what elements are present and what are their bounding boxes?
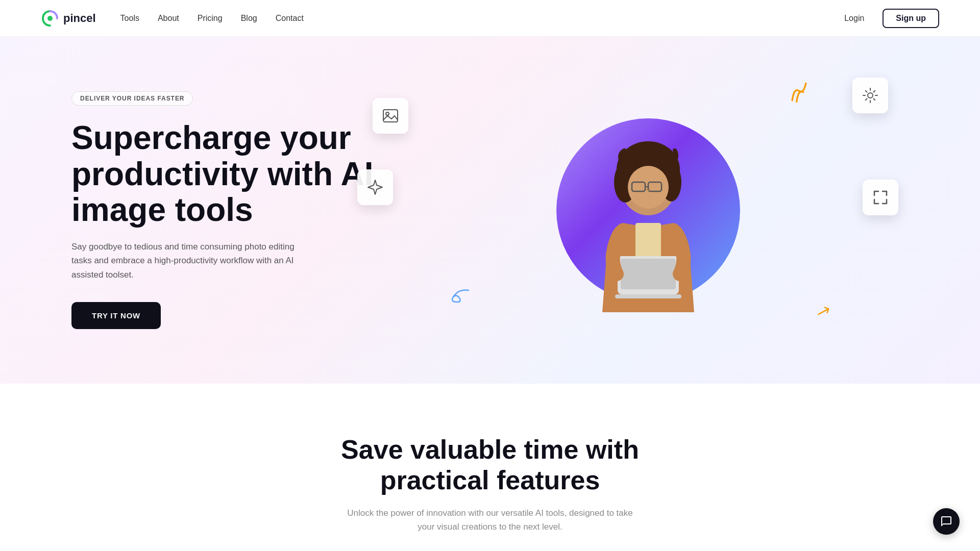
deco-arrow-icon xyxy=(814,302,835,324)
svg-point-14 xyxy=(386,112,389,115)
nav-item-pricing[interactable]: Pricing xyxy=(198,14,223,22)
hero-content: DELIVER YOUR IDEAS FASTER Supercharge yo… xyxy=(71,91,388,329)
icon-card-expand xyxy=(863,180,898,215)
svg-rect-11 xyxy=(621,259,676,289)
nav-item-blog[interactable]: Blog xyxy=(241,14,257,22)
icon-card-spark xyxy=(357,169,393,205)
hero-visual xyxy=(388,67,909,353)
hero-section: DELIVER YOUR IDEAS FASTER Supercharge yo… xyxy=(0,37,980,384)
hero-subtitle: Say goodbye to tedious and time consumin… xyxy=(71,240,316,282)
features-section: Save valuable time with practical featur… xyxy=(0,384,980,551)
nav-item-about[interactable]: About xyxy=(158,14,179,22)
hero-title: Supercharge your productivity with AI im… xyxy=(71,120,388,228)
navbar: pincel Tools About Pricing Blog Contact … xyxy=(0,0,980,37)
deco-swirl-icon xyxy=(449,288,470,307)
svg-rect-13 xyxy=(383,110,398,122)
logo-text: pincel xyxy=(63,12,96,25)
icon-card-settings xyxy=(852,78,888,113)
try-it-now-button[interactable]: TRY IT NOW xyxy=(71,302,161,329)
signup-button[interactable]: Sign up xyxy=(883,9,939,28)
icon-card-image xyxy=(373,98,408,134)
nav-links: Tools About Pricing Blog Contact xyxy=(120,14,837,23)
chat-icon xyxy=(940,515,952,528)
login-button[interactable]: Login xyxy=(836,10,872,27)
hero-person-svg xyxy=(572,123,725,317)
svg-point-0 xyxy=(47,16,53,21)
nav-item-tools[interactable]: Tools xyxy=(120,14,139,22)
deco-lines-top-icon xyxy=(786,81,814,106)
chat-widget[interactable] xyxy=(933,508,960,535)
hero-person xyxy=(567,103,730,317)
nav-actions: Login Sign up xyxy=(836,9,939,28)
logo-icon xyxy=(41,9,59,28)
logo-link[interactable]: pincel xyxy=(41,9,96,28)
features-subtitle: Unlock the power of innovation with our … xyxy=(347,506,633,534)
hero-badge: DELIVER YOUR IDEAS FASTER xyxy=(71,91,193,106)
svg-point-15 xyxy=(868,93,873,98)
nav-item-contact[interactable]: Contact xyxy=(276,14,304,22)
svg-rect-12 xyxy=(615,294,681,298)
features-title: Save valuable time with practical featur… xyxy=(311,435,669,496)
